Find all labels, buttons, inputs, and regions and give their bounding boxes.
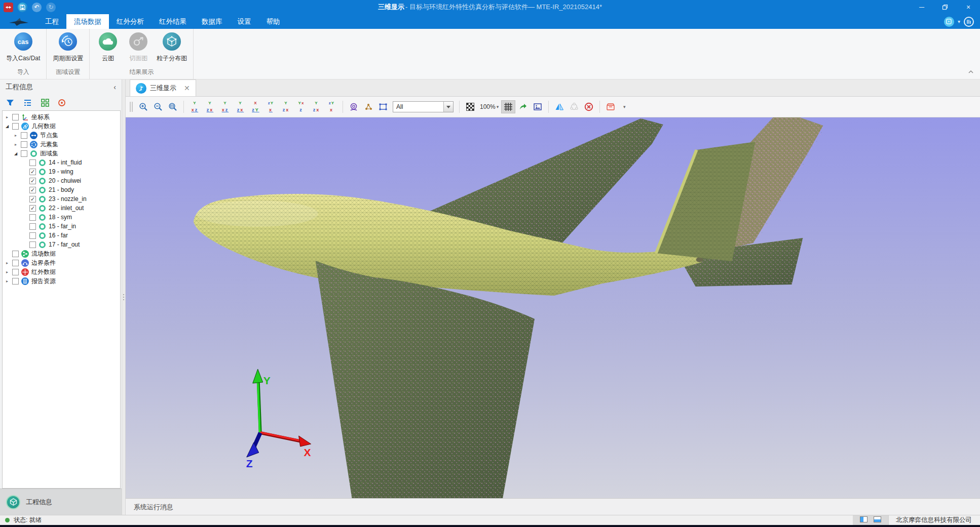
particle-trace-button[interactable] [361, 100, 375, 113]
menu-item-5[interactable]: 设置 [230, 14, 259, 29]
minimize-icon[interactable]: ─ [910, 0, 933, 14]
view-iso-1-button[interactable]: Yzx [279, 100, 293, 113]
ribbon-button-particle-cube[interactable]: 粒子分布图 [157, 32, 187, 63]
view-front-button[interactable]: Yxz [187, 100, 202, 113]
mesh-toggle-button[interactable] [501, 100, 515, 113]
layout-split-icon[interactable] [860, 516, 868, 524]
box-select-button[interactable] [376, 100, 390, 113]
tree-checkbox[interactable] [29, 159, 36, 166]
tab-3d-display[interactable]: 三维显示 ✕ [130, 79, 196, 96]
redo-icon[interactable]: ↻ [46, 3, 56, 12]
menu-item-1[interactable]: 流场数据 [66, 14, 109, 29]
tree-item-far-out[interactable]: 17 - far_out [3, 240, 120, 249]
export-view-button[interactable] [516, 100, 530, 113]
zoom-in-button[interactable] [136, 100, 150, 113]
menu-item-3[interactable]: 红外结果 [152, 14, 194, 29]
orbit-nodes-button[interactable] [567, 100, 581, 113]
collapse-arrow-icon[interactable]: ▸ [13, 142, 18, 147]
tree-checkbox[interactable] [21, 150, 27, 157]
cancel-render-button[interactable] [582, 100, 596, 113]
tree-item-coord-system[interactable]: ▸坐标系 [3, 112, 120, 121]
menu-item-2[interactable]: 红外分析 [109, 14, 152, 29]
expand-arrow-icon[interactable]: ◢ [13, 151, 18, 156]
tree-item-far-in[interactable]: 15 - far_in [3, 222, 120, 231]
tree-item-face-set[interactable]: ◢面域集 [3, 149, 120, 158]
zoom-fit-button[interactable] [166, 100, 180, 113]
tree-checkbox[interactable] [29, 232, 36, 239]
view-left-button[interactable]: Yxz [218, 100, 233, 113]
tree-checkbox[interactable]: ✓ [29, 196, 36, 202]
tree-item-int-fluid[interactable]: 14 - int_fluid [3, 158, 120, 167]
texture-button[interactable] [463, 100, 477, 113]
view-iso-4-button[interactable]: zYx [324, 100, 339, 113]
menu-item-0[interactable]: 工程 [37, 14, 66, 29]
ribbon-button-cloud[interactable]: 云图 [96, 32, 120, 63]
tree-checkbox[interactable]: ✓ [29, 178, 36, 184]
restore-icon[interactable] [933, 0, 957, 14]
collapse-arrow-icon[interactable]: ▸ [5, 261, 10, 265]
menu-item-4[interactable]: 数据库 [194, 14, 230, 29]
panel-collapse-icon[interactable]: ‹ [114, 83, 116, 91]
tree-checkbox[interactable]: ✓ [29, 205, 36, 212]
tree-checkbox[interactable] [21, 141, 27, 148]
panel-bottom-tab[interactable]: 工程信息 [0, 489, 122, 515]
zoom-out-button[interactable] [151, 100, 165, 113]
tree-item-report-resources[interactable]: ▸报告资源 [3, 276, 120, 286]
tree-item-node-set[interactable]: ▸节点集 [3, 131, 120, 140]
mirror-button[interactable] [552, 100, 567, 113]
filter-button[interactable] [6, 99, 15, 107]
panel-splitter[interactable] [122, 79, 126, 515]
tree-item-geometry-data[interactable]: ◢几何数据 [3, 121, 120, 131]
tree-checkbox[interactable] [29, 241, 36, 248]
menu-item-6[interactable]: 帮助 [259, 14, 288, 29]
layout-bottom-icon[interactable] [874, 516, 881, 524]
tree-item-body[interactable]: ✓21 - body [3, 185, 120, 194]
tree-checkbox[interactable] [12, 251, 19, 257]
ribbon-button-clock[interactable]: 周期面设置 [53, 32, 83, 63]
tree-item-flow-data[interactable]: 流场数据 [3, 249, 120, 258]
tree-item-sym[interactable]: 18 - sym [3, 213, 120, 222]
toolbar-drag-handle[interactable] [130, 102, 133, 112]
locate-button[interactable] [58, 99, 66, 107]
view-bottom-button[interactable]: zYx [263, 100, 278, 113]
view-back-button[interactable]: Yzx [203, 100, 217, 113]
ribbon-button-cas[interactable]: cas导入Cas/Dat [6, 32, 40, 63]
collapse-arrow-icon[interactable]: ▸ [5, 270, 10, 274]
camera-button[interactable] [347, 100, 361, 113]
tree-list-button[interactable] [23, 99, 32, 107]
snapshot-button[interactable] [531, 100, 545, 113]
display-filter-combo[interactable]: All [393, 101, 454, 112]
viewport-3d[interactable]: Y X Z [126, 117, 980, 498]
package-button[interactable] [604, 100, 618, 113]
help-book-icon[interactable] [964, 17, 974, 27]
tree-item-chuiwei[interactable]: ✓20 - chuiwei [3, 176, 120, 185]
tree-checkbox[interactable] [12, 278, 19, 285]
view-right-button[interactable]: Yzx [233, 100, 248, 113]
grid-view-button[interactable] [41, 99, 49, 107]
tree-item-element-set[interactable]: ▸元素集 [3, 140, 120, 149]
tree-checkbox[interactable] [12, 114, 19, 120]
tree-item-inlet-out[interactable]: ✓22 - inlet_out [3, 204, 120, 213]
tree-item-infrared-data[interactable]: ▸红外数据 [3, 267, 120, 276]
app-jet-icon[interactable] [4, 3, 13, 12]
save-icon[interactable] [18, 3, 27, 12]
view-iso-3-button[interactable]: Yzx [309, 100, 324, 113]
tree-checkbox[interactable] [12, 269, 19, 275]
chevron-down-icon[interactable]: ▾ [958, 19, 960, 24]
tree-checkbox[interactable] [12, 123, 19, 130]
close-icon[interactable]: × [957, 0, 980, 14]
ribbon-collapse-icon[interactable] [968, 67, 974, 76]
tab-close-icon[interactable]: ✕ [184, 84, 190, 92]
tree-checkbox[interactable]: ✓ [29, 187, 36, 193]
zoom-level-dropdown[interactable]: 100%▾ [478, 103, 501, 110]
collapse-arrow-icon[interactable]: ▸ [5, 115, 10, 119]
collapse-arrow-icon[interactable]: ▸ [5, 279, 10, 283]
expand-arrow-icon[interactable]: ◢ [5, 124, 10, 129]
tree-item-nozzle-in[interactable]: ✓23 - nozzle_in [3, 194, 120, 204]
tree-checkbox[interactable] [29, 223, 36, 230]
theme-icon[interactable] [944, 17, 954, 27]
undo-icon[interactable]: ↶ [32, 3, 42, 12]
more-dropdown-button[interactable]: ▾ [618, 100, 632, 113]
tree-checkbox[interactable]: ✓ [29, 169, 36, 175]
tree-item-wing[interactable]: ✓19 - wing [3, 167, 120, 176]
